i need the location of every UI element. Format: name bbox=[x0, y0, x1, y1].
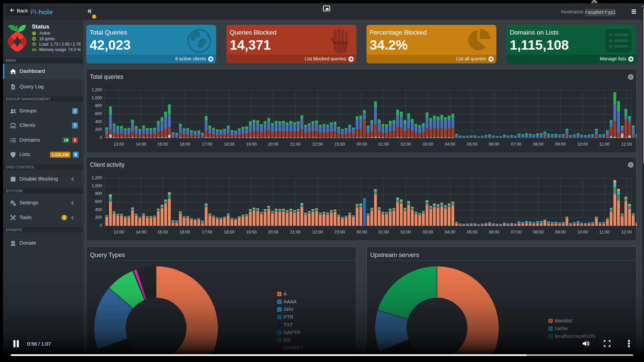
svg-text:$: $ bbox=[12, 241, 14, 244]
